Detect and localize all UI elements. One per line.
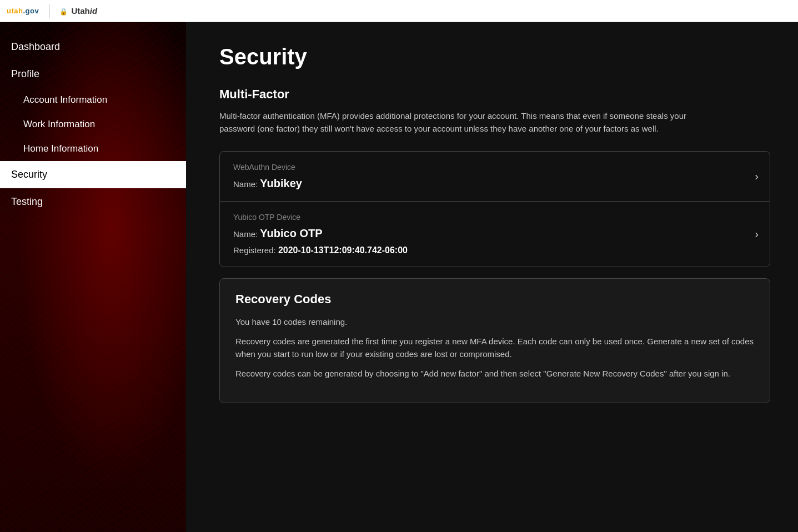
sidebar: Dashboard Profile Account Information Wo… [0,22,186,532]
utah-gov-logo: utah.gov [7,7,39,15]
yubico-registered: Registered: 2020-10-13T12:09:40.742-06:0… [233,245,756,255]
webauthn-device-type-label: WebAuthn Device [233,163,756,172]
sidebar-item-account-information[interactable]: Account Information [0,88,186,112]
yubico-device-name-value: Yubico OTP [260,227,322,239]
webauthn-device-card[interactable]: WebAuthn Device Name: Yubikey › [220,152,770,202]
mfa-description: Multi-factor authentication (MFA) provid… [219,109,708,135]
layout: Dashboard Profile Account Information Wo… [0,22,798,532]
webauthn-chevron-icon: › [755,170,759,183]
yubico-device-name: Name: Yubico OTP [233,227,323,240]
yubico-name-row: Name: Yubico OTP [233,227,756,240]
webauthn-device-name: Name: Yubikey [233,177,302,190]
utahid-logo: 🔒 Utahid [59,6,97,16]
yubico-registered-value: 2020-10-13T12:09:40.742-06:00 [278,245,408,255]
topbar-divider [49,4,49,18]
utah-gov-text: utah.gov [7,7,39,15]
main-content: Security Multi-Factor Multi-factor authe… [186,22,798,532]
recovery-heading: Recovery Codes [235,292,754,307]
lock-icon: 🔒 [59,8,68,16]
recovery-info-2: Recovery codes can be generated by choos… [235,367,754,380]
webauthn-device-name-value: Yubikey [260,177,302,189]
mfa-heading: Multi-Factor [219,87,770,102]
utahid-text: Utahid [71,6,97,16]
yubico-device-type-label: Yubico OTP Device [233,213,756,222]
sidebar-item-dashboard[interactable]: Dashboard [0,33,186,61]
sidebar-item-profile[interactable]: Profile [0,61,186,88]
page-title: Security [219,44,770,69]
sidebar-nav: Dashboard Profile Account Information Wo… [0,22,186,215]
sidebar-item-home-information[interactable]: Home Information [0,137,186,161]
sidebar-item-testing[interactable]: Testing [0,188,186,215]
topbar: utah.gov 🔒 Utahid [0,0,798,22]
webauthn-name-row: Name: Yubikey [233,177,756,190]
sidebar-item-security[interactable]: Security [0,161,186,188]
recovery-codes-remaining: You have 10 codes remaining. [235,315,754,328]
devices-list: WebAuthn Device Name: Yubikey › Yubico O… [219,151,770,267]
recovery-codes-section: Recovery Codes You have 10 codes remaini… [219,278,770,403]
yubico-chevron-icon: › [755,228,759,240]
recovery-info-1: Recovery codes are generated the first t… [235,335,754,361]
yubico-otp-device-card[interactable]: Yubico OTP Device Name: Yubico OTP Regis… [220,202,770,267]
sidebar-item-work-information[interactable]: Work Information [0,112,186,137]
